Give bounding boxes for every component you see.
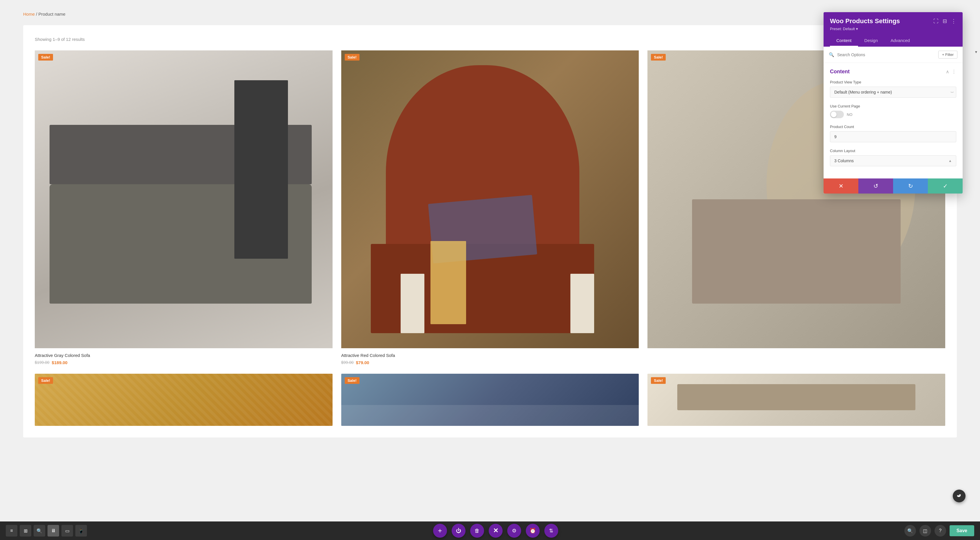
- move-button[interactable]: ⇅: [544, 524, 558, 538]
- products-grid: Sale! Attractive Gray Colored Sofa $199.…: [35, 50, 945, 365]
- field-column-layout: Column Layout 3 Columns ▲: [830, 149, 956, 166]
- close-module-button[interactable]: ✕: [489, 524, 503, 538]
- settings-panel: Woo Products Settings ⛶ ⊟ ⋮ Preset: Defa…: [824, 12, 963, 194]
- price-old: $99.00: [341, 360, 354, 365]
- product-image-wrap: Sale!: [341, 50, 639, 348]
- breadcrumb: Home / Product name: [23, 11, 957, 16]
- toolbar-right: 🔍 ◫ ? Save: [904, 525, 974, 537]
- product-card[interactable]: Sale! Attractive Red Colored Sofa $99.00…: [341, 50, 639, 365]
- panel-title: Woo Products Settings: [830, 18, 900, 25]
- toolbar-center: + ⏻ 🗑 ✕ ⚙ ⏰ ⇅: [433, 524, 558, 538]
- field-use-current-page: Use Current Page NO: [830, 104, 956, 118]
- toggle-label: NO: [847, 112, 853, 117]
- section-header: Content ∧ ⋮: [830, 68, 956, 75]
- undo-button[interactable]: ↺: [858, 178, 893, 194]
- toolbar-left: ≡ ⊞ 🔍 🖥 ▭ 📱: [6, 525, 87, 537]
- breadcrumb-home[interactable]: Home: [23, 11, 35, 16]
- toolbar-tablet-icon[interactable]: ▭: [61, 525, 73, 537]
- section-controls: ∧ ⋮: [946, 69, 956, 75]
- layout-icon[interactable]: ⊟: [943, 18, 947, 24]
- toggle-row: NO: [830, 111, 956, 118]
- product-card[interactable]: Sale!: [341, 374, 639, 426]
- bottom-toolbar: ≡ ⊞ 🔍 🖥 ▭ 📱 + ⏻ 🗑 ✕ ⚙ ⏰ ⇅ 🔍 ◫ ? Save: [0, 521, 980, 540]
- sale-badge: Sale!: [38, 54, 53, 61]
- input-product-count[interactable]: [830, 131, 956, 142]
- field-label-use-current-page: Use Current Page: [830, 104, 956, 108]
- products-grid-row2: Sale! Sale! Sale!: [35, 374, 945, 426]
- field-label-product-count: Product Count: [830, 124, 956, 129]
- more-section-icon[interactable]: ⋮: [951, 69, 956, 75]
- help-icon[interactable]: ?: [934, 525, 946, 537]
- collapse-icon[interactable]: ∧: [946, 69, 949, 75]
- save-button[interactable]: Save: [950, 525, 974, 536]
- preset-arrow[interactable]: ▾: [856, 27, 858, 31]
- search-input[interactable]: [837, 53, 935, 57]
- settings-button[interactable]: ⚙: [507, 524, 521, 538]
- price-new: $79.00: [356, 360, 369, 365]
- chevron-up-icon: ▲: [948, 159, 952, 163]
- power-button[interactable]: ⏻: [452, 524, 466, 538]
- panel-edge-arrow[interactable]: ▾: [972, 48, 980, 56]
- preset-label[interactable]: Preset: Default: [830, 27, 855, 31]
- history-button[interactable]: ⏰: [526, 524, 540, 538]
- more-icon[interactable]: ⋮: [951, 18, 956, 24]
- sale-badge: Sale!: [651, 54, 666, 61]
- filter-button[interactable]: + Filter: [938, 51, 958, 59]
- delete-button[interactable]: 🗑: [470, 524, 484, 538]
- sale-badge: Sale!: [345, 377, 360, 384]
- drag-handle[interactable]: [953, 490, 966, 502]
- panel-header-icons: ⛶ ⊟ ⋮: [933, 18, 956, 24]
- partial-field-column-layout[interactable]: 3 Columns ▲: [830, 155, 956, 166]
- breadcrumb-current: Product name: [38, 11, 65, 16]
- field-label-column-layout: Column Layout: [830, 149, 956, 153]
- panel-title-row: Woo Products Settings ⛶ ⊟ ⋮: [830, 18, 956, 25]
- add-button[interactable]: +: [433, 524, 447, 538]
- toolbar-grid-icon[interactable]: ⊞: [20, 525, 31, 537]
- product-name: Attractive Red Colored Sofa: [341, 353, 639, 358]
- tab-design[interactable]: Design: [858, 35, 885, 47]
- toolbar-desktop-icon[interactable]: 🖥: [48, 525, 59, 537]
- product-prices: $199.00 $189.00: [35, 360, 332, 365]
- panel-header: Woo Products Settings ⛶ ⊟ ⋮ Preset: Defa…: [824, 12, 963, 47]
- breadcrumb-separator: /: [36, 11, 37, 16]
- product-card[interactable]: Sale! Attractive Gray Colored Sofa $199.…: [35, 50, 332, 365]
- sale-badge: Sale!: [345, 54, 360, 61]
- search-right-icon[interactable]: 🔍: [904, 525, 916, 537]
- cancel-button[interactable]: ✕: [824, 178, 858, 194]
- save-confirm-button[interactable]: ✓: [928, 178, 963, 194]
- panel-tabs: Content Design Advanced: [830, 35, 956, 47]
- results-count: Showing 1–9 of 12 results: [35, 37, 945, 42]
- price-new: $189.00: [52, 360, 67, 365]
- fullscreen-icon[interactable]: ⛶: [933, 18, 939, 24]
- product-prices: $99.00 $79.00: [341, 360, 639, 365]
- product-card[interactable]: Sale!: [648, 374, 945, 426]
- product-image-wrap: Sale!: [35, 50, 332, 348]
- section-title: Content: [830, 68, 850, 75]
- search-icon: 🔍: [829, 52, 834, 57]
- toggle-use-current-page[interactable]: [830, 111, 844, 118]
- sale-badge: Sale!: [651, 377, 666, 384]
- preset-row: Preset: Default ▾: [830, 27, 956, 31]
- select-wrapper-view-type: Default (Menu ordering + name) Custom Da…: [830, 87, 956, 98]
- toolbar-mobile-icon[interactable]: 📱: [75, 525, 87, 537]
- tab-content[interactable]: Content: [830, 35, 858, 47]
- action-bar: ✕ ↺ ↻ ✓: [824, 178, 963, 194]
- panel-search-bar: 🔍 + Filter: [824, 47, 963, 63]
- panel-body: Content ∧ ⋮ Product View Type Default (M…: [824, 63, 963, 178]
- toolbar-search-icon[interactable]: 🔍: [33, 525, 45, 537]
- product-card[interactable]: Sale!: [35, 374, 332, 426]
- toolbar-menu-icon[interactable]: ≡: [6, 525, 18, 537]
- shop-area: Showing 1–9 of 12 results Sale! Attracti…: [23, 25, 957, 438]
- sale-badge: Sale!: [38, 377, 53, 384]
- layers-icon[interactable]: ◫: [920, 525, 931, 537]
- field-label-product-view-type: Product View Type: [830, 80, 956, 84]
- tab-advanced[interactable]: Advanced: [884, 35, 916, 47]
- select-product-view-type[interactable]: Default (Menu ordering + name) Custom Da…: [830, 87, 956, 98]
- product-name: Attractive Gray Colored Sofa: [35, 353, 332, 358]
- redo-button[interactable]: ↻: [893, 178, 928, 194]
- price-old: $199.00: [35, 360, 49, 365]
- field-product-count: Product Count: [830, 124, 956, 142]
- field-product-view-type: Product View Type Default (Menu ordering…: [830, 80, 956, 98]
